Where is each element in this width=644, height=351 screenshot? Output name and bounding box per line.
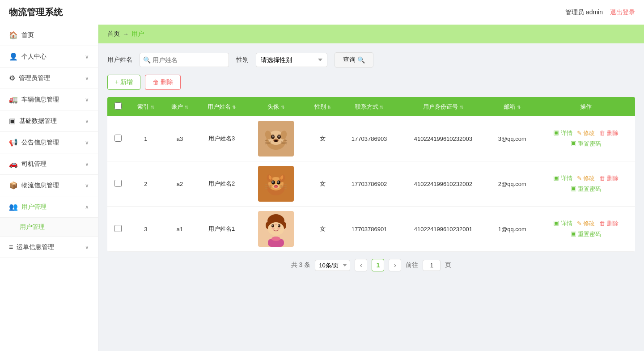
sidebar-sub-label-user-list: 用户管理 (20, 223, 45, 230)
col-account: 账户 ⇅ (163, 97, 197, 116)
sidebar-label-user-manage: 用户管理 (21, 203, 47, 211)
sidebar: 🏠 首页 👤 个人中心 ∨ ⚙ 管理员管理 ∨ 🚛 车辆信息管理 ∨ (0, 25, 98, 351)
edit-button-2[interactable]: ✎ 修改 (577, 220, 595, 228)
cell-email-2: 1@qq.com (487, 207, 537, 252)
sidebar-item-user-manage[interactable]: 👥 用户管理 ∧ (0, 196, 98, 218)
logout-button[interactable]: 退出登录 (610, 8, 635, 17)
cell-checkbox-0 (107, 116, 129, 161)
sort-icon[interactable]: ⇅ (232, 105, 236, 110)
logistics-icon: 📦 (9, 181, 18, 190)
cell-index-2: 3 (129, 207, 163, 252)
page-goto-input[interactable] (423, 260, 441, 271)
col-avatar-label: 头像 (267, 103, 279, 110)
sort-icon[interactable]: ⇅ (327, 105, 331, 110)
sidebar-item-driver[interactable]: 🚗 司机管理 ∨ (0, 153, 98, 175)
next-page-button[interactable]: › (389, 259, 401, 271)
sidebar-item-vehicle[interactable]: 🚛 车辆信息管理 ∨ (0, 89, 98, 110)
prev-page-button[interactable]: ‹ (355, 259, 367, 271)
svg-point-51 (271, 237, 280, 241)
col-checkbox (107, 97, 129, 116)
detail-button-0[interactable]: ▣ 详情 (553, 129, 572, 137)
search-button[interactable]: 查询 🔍 (335, 52, 373, 68)
sidebar-item-basic[interactable]: ▣ 基础数据管理 ∨ (0, 110, 98, 132)
row-delete-button-2[interactable]: 🗑 删除 (599, 220, 619, 228)
svg-point-48 (277, 228, 280, 229)
page-goto-suffix: 页 (445, 261, 451, 269)
sort-icon[interactable]: ⇅ (281, 105, 284, 110)
sort-icon[interactable]: ⇅ (517, 105, 521, 110)
row-delete-button-1[interactable]: 🗑 删除 (599, 174, 619, 182)
search-gender-select[interactable]: 请选择性别 男 女 (256, 53, 327, 67)
cell-contact-1: 17703786902 (340, 161, 399, 207)
select-all-checkbox[interactable] (114, 102, 122, 110)
main-content: 首页 → 用户 用户姓名 🔍 性别 请选择性别 男 女 查询 (98, 25, 644, 351)
header-user-area: 管理员 admin 退出登录 (565, 8, 635, 17)
cell-gender-0: 女 (305, 116, 339, 161)
svg-point-10 (274, 140, 278, 142)
chevron-down-icon: ∨ (85, 118, 89, 124)
sidebar-item-logistics[interactable]: 📦 物流信息管理 ∨ (0, 175, 98, 196)
col-ops-label: 操作 (580, 103, 592, 110)
detail-button-1[interactable]: ▣ 详情 (553, 174, 572, 182)
chevron-down-icon: ∨ (85, 161, 89, 167)
table-header-row: 索引 ⇅ 账户 ⇅ 用户姓名 ⇅ (107, 97, 635, 116)
sort-icon[interactable]: ⇅ (185, 105, 188, 110)
header: 物流管理系统 管理员 admin 退出登录 (0, 0, 644, 25)
table-row: 1 a3 用户姓名3 (107, 116, 635, 161)
sidebar-item-personal[interactable]: 👤 个人中心 ∨ (0, 46, 98, 68)
row-delete-button-0[interactable]: 🗑 删除 (599, 129, 619, 137)
chevron-down-icon: ∨ (85, 182, 89, 189)
sidebar-item-waybill[interactable]: ≡ 运单信息管理 ∨ (0, 237, 98, 258)
home-icon: 🏠 (9, 31, 18, 39)
detail-button-2[interactable]: ▣ 详情 (553, 220, 572, 228)
sidebar-item-notice[interactable]: 📢 公告信息管理 ∨ (0, 132, 98, 153)
page-total: 共 3 条 (291, 261, 311, 269)
cell-account-0: a3 (163, 116, 197, 161)
sidebar-submenu-user: 用户管理 (0, 218, 98, 237)
cell-username-1: 用户姓名2 (197, 161, 246, 207)
reset-password-button-0[interactable]: ▣ 重置密码 (571, 140, 602, 148)
svg-point-7 (272, 135, 274, 138)
search-name-input[interactable] (140, 53, 229, 67)
driver-icon: 🚗 (9, 160, 18, 168)
edit-button-1[interactable]: ✎ 修改 (577, 174, 595, 182)
edit-button-0[interactable]: ✎ 修改 (577, 129, 595, 137)
reset-password-button-2[interactable]: ▣ 重置密码 (571, 230, 602, 238)
personal-icon: 👤 (9, 52, 18, 61)
cell-username-2: 用户姓名1 (197, 207, 246, 252)
sidebar-label-notice: 公告信息管理 (21, 139, 59, 147)
col-idcard: 用户身份证号 ⇅ (398, 97, 487, 116)
reset-password-button-1[interactable]: ▣ 重置密码 (571, 185, 602, 193)
sidebar-label-home: 首页 (21, 31, 34, 39)
row-checkbox-0[interactable] (114, 135, 122, 142)
admin-icon: ⚙ (9, 74, 15, 82)
cell-ops-1: ▣ 详情 ✎ 修改 🗑 删除 ▣ 重置密码 (537, 161, 635, 207)
svg-point-49 (275, 224, 277, 225)
current-page-num: 1 (372, 259, 384, 271)
sidebar-label-admin: 管理员管理 (19, 74, 50, 82)
sort-icon[interactable]: ⇅ (380, 105, 383, 110)
search-icon: 🔍 (143, 56, 151, 63)
cell-avatar-2 (246, 207, 305, 252)
sidebar-item-home[interactable]: 🏠 首页 (0, 25, 98, 46)
batch-delete-button[interactable]: 🗑 删除 (145, 75, 181, 90)
row-checkbox-2[interactable] (114, 225, 122, 232)
admin-label: 管理员 admin (565, 8, 603, 17)
row-checkbox-1[interactable] (114, 180, 122, 187)
page-goto-prefix: 前往 (406, 261, 418, 269)
breadcrumb-home[interactable]: 首页 (107, 30, 120, 38)
sort-icon[interactable]: ⇅ (460, 105, 463, 110)
cell-ops-0: ▣ 详情 ✎ 修改 🗑 删除 ▣ 重置密码 (537, 116, 635, 161)
sidebar-item-admin-manage[interactable]: ⚙ 管理员管理 ∨ (0, 68, 98, 89)
col-email: 邮箱 ⇅ (487, 97, 537, 116)
add-button[interactable]: + 新增 (107, 75, 140, 90)
sidebar-item-user-list[interactable]: 用户管理 (0, 218, 98, 237)
sidebar-label-driver: 司机管理 (21, 160, 47, 168)
sort-icon[interactable]: ⇅ (151, 105, 154, 110)
cell-account-2: a1 (163, 207, 197, 252)
breadcrumb-separator: → (123, 30, 129, 38)
col-email-label: 邮箱 (504, 103, 515, 110)
page-size-select[interactable]: 10条/页 20条/页 50条/页 (315, 260, 350, 271)
breadcrumb-current: 用户 (131, 30, 144, 38)
sidebar-label-basic: 基础数据管理 (19, 117, 57, 125)
